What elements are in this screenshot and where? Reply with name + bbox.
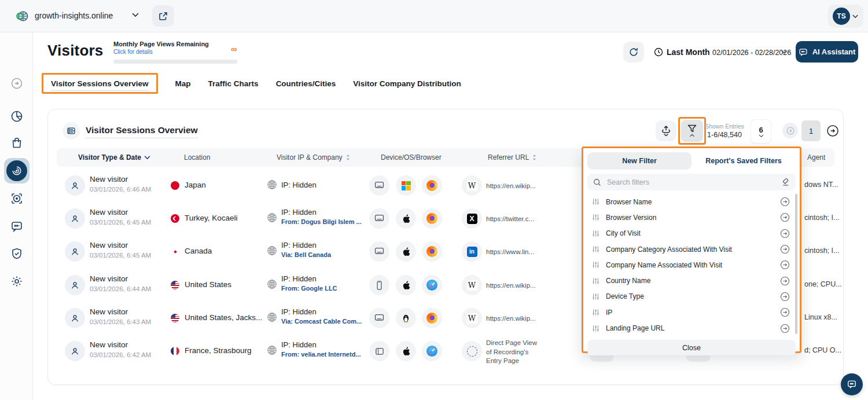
period-label[interactable]: Last Month: [667, 47, 710, 57]
agent-string: dows NT...: [804, 181, 838, 189]
arrow-right-circle-icon[interactable]: [780, 324, 790, 333]
column-header-visitor-type-date[interactable]: Visitor Type & Date: [78, 153, 150, 162]
referrer-url[interactable]: https://en.wikip...: [486, 281, 544, 291]
arrow-right-circle-icon[interactable]: [780, 212, 790, 222]
sidebar-item-privacy[interactable]: [10, 247, 23, 260]
shown-entries-value: 1-6/48,540: [705, 131, 744, 139]
filter-option-country-name[interactable]: Country Name: [587, 273, 793, 288]
sidebar-item-visitors[interactable]: [6, 160, 27, 181]
referrer-url[interactable]: https://en.wikip...: [486, 182, 544, 191]
refresh-button[interactable]: [623, 42, 644, 63]
tab-saved-filters[interactable]: Report's Saved Filters: [692, 152, 796, 170]
company-name[interactable]: From: Google LLC: [281, 285, 337, 292]
chevron-down-icon[interactable]: [144, 156, 150, 160]
globe-icon: [267, 245, 277, 256]
arrow-right-circle-icon[interactable]: [780, 276, 790, 286]
filter-option-label: City of Visit: [606, 229, 774, 237]
date-range-picker[interactable]: 02/01/2026 - 02/28/2026: [712, 49, 791, 57]
referrer-url[interactable]: https://twitter.c...: [486, 215, 544, 224]
agent-string: Linux x8...: [804, 313, 837, 321]
referrer-url[interactable]: https://en.wikip...: [486, 314, 544, 324]
visit-datetime: 03/01/2026, 6:42 AM: [90, 351, 151, 358]
filter-option-ip[interactable]: IP: [587, 304, 793, 320]
filter-option-device-type[interactable]: Device Type: [587, 289, 793, 304]
search-filters-input[interactable]: [606, 178, 777, 187]
quota-details-link[interactable]: Click for details: [113, 49, 153, 55]
export-button[interactable]: [656, 120, 676, 141]
company-name[interactable]: From: Dogus Bilgi Islem ...: [281, 218, 362, 225]
referrer-url[interactable]: https://www.lin...: [486, 248, 544, 257]
visitor-type: New visitor: [90, 307, 128, 316]
tab-map[interactable]: Map: [175, 79, 191, 88]
date-range-chevron-icon[interactable]: [781, 50, 786, 54]
filter-option-city-of-visit[interactable]: City of Visit: [587, 226, 793, 241]
tab-visitor-sessions-overview[interactable]: Visitor Sessions Overview: [51, 79, 149, 91]
filter-option-company-name-associated-with-visit[interactable]: Company Name Associated With Visit: [587, 257, 793, 273]
windows-os-icon: [396, 175, 416, 196]
company-name[interactable]: Via: Bell Canada: [281, 251, 331, 258]
arrow-right-circle-icon[interactable]: [780, 197, 790, 207]
open-website-button[interactable]: [152, 5, 174, 27]
column-label: Agent: [807, 153, 825, 162]
arrow-right-circle-icon[interactable]: [780, 292, 790, 302]
tab-countries-cities[interactable]: Countries/Cities: [276, 79, 336, 88]
ai-assistant-button[interactable]: AI Assistant: [796, 41, 858, 63]
sidebar: [0, 32, 33, 400]
column-label: Referrer URL: [488, 153, 529, 162]
tab-traffic-charts[interactable]: Traffic Charts: [208, 79, 259, 88]
sidebar-item-ecommerce[interactable]: [10, 137, 23, 149]
avatar[interactable]: TS: [833, 8, 850, 25]
arrow-right-circle-icon[interactable]: [780, 260, 790, 270]
filter-option-landing-page-url[interactable]: Landing Page URL: [587, 320, 793, 336]
sidebar-item-feedback[interactable]: [10, 220, 23, 233]
filter-option-browser-name[interactable]: Browser Name: [587, 194, 793, 210]
company-name[interactable]: From: velia.net Internetd...: [281, 351, 361, 358]
desktop-device-icon: [369, 308, 389, 328]
sort-icon[interactable]: [345, 154, 351, 161]
sidebar-item-session-recordings[interactable]: [10, 192, 23, 205]
referrer-url[interactable]: Direct Page View of Recording's Entry Pa…: [486, 339, 544, 366]
tab-new-filter[interactable]: New Filter: [587, 152, 692, 170]
visit-datetime: 03/01/2026, 6:45 AM: [90, 252, 151, 259]
filter-option-company-category-associated-with-visit[interactable]: Company Category Associated With Visit: [587, 241, 793, 257]
sidebar-collapse-icon[interactable]: [10, 77, 23, 90]
support-chat-button[interactable]: [841, 373, 863, 395]
visitor-icon: [65, 308, 85, 328]
page-size-select[interactable]: 6: [751, 119, 771, 144]
firefox-browser-icon: [422, 241, 442, 262]
next-page-button[interactable]: [825, 123, 840, 138]
visit-location: Japan: [185, 181, 206, 189]
filter-option-browser-version[interactable]: Browser Version: [587, 210, 793, 225]
visit-location: United States: [185, 280, 231, 289]
arrow-right-circle-icon[interactable]: [780, 244, 790, 254]
slider-icon: [592, 325, 599, 332]
site-selector-chevron-icon[interactable]: [132, 13, 139, 17]
column-header-referrer-url[interactable]: Referrer URL: [488, 153, 537, 162]
company-name[interactable]: Via: Comcast Cable Com...: [281, 318, 362, 325]
arrow-right-circle-icon[interactable]: [780, 229, 790, 238]
sidebar-item-dashboard[interactable]: [10, 110, 23, 123]
visitor-type: New visitor: [90, 340, 128, 349]
filter-list-scrollbar[interactable]: [795, 194, 797, 334]
arrow-right-circle-icon[interactable]: [780, 307, 790, 317]
close-filter-button[interactable]: Close: [587, 340, 796, 355]
site-logo-icon: [16, 10, 29, 23]
firefox-browser-icon: [422, 308, 442, 328]
current-page-indicator[interactable]: 1: [801, 120, 821, 141]
globe-icon: [267, 212, 277, 223]
sidebar-item-settings[interactable]: [10, 275, 23, 288]
phone-device-icon: [369, 275, 389, 295]
user-menu[interactable]: TS: [827, 5, 863, 28]
desktop-device-icon: [369, 208, 389, 229]
filter-button[interactable]: [681, 120, 703, 142]
filter-option-label: Browser Version: [606, 214, 774, 222]
slider-icon: [592, 309, 599, 316]
clear-search-icon[interactable]: [781, 178, 790, 186]
visitor-type: New visitor: [90, 175, 128, 184]
turkey-flag-icon: [171, 214, 179, 223]
sort-icon[interactable]: [532, 154, 537, 161]
site-selector-label[interactable]: growth-insights.online: [35, 11, 113, 20]
tab-visitor-company-distribution[interactable]: Visitor Company Distribution: [353, 79, 461, 88]
previous-page-button[interactable]: [782, 123, 798, 138]
column-header-visitor-ip-company[interactable]: Visitor IP & Company: [277, 153, 351, 162]
